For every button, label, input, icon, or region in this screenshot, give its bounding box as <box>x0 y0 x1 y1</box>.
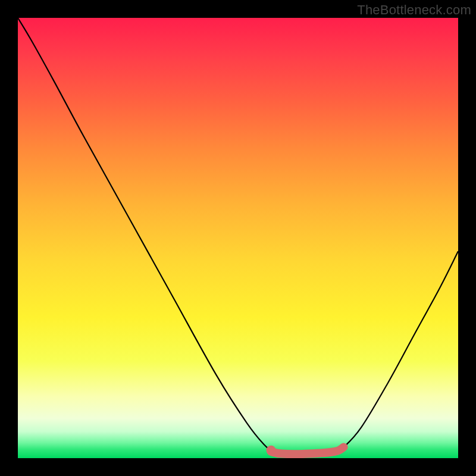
plot-area <box>18 18 458 458</box>
watermark-text: TheBottleneck.com <box>357 2 471 18</box>
curve-layer <box>18 18 458 458</box>
optimal-range-highlight <box>271 447 344 455</box>
bottleneck-curve <box>18 18 458 454</box>
optimal-range-dot <box>267 446 276 455</box>
